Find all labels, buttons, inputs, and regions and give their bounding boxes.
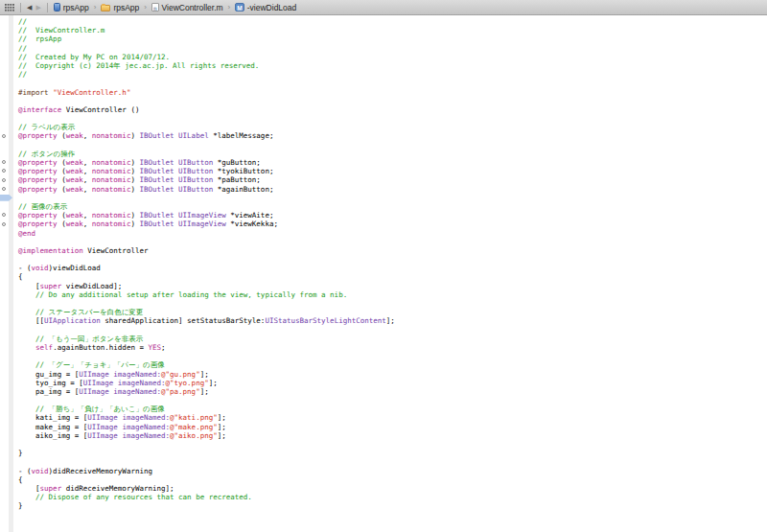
code-line-text: { xyxy=(14,475,23,484)
code-line[interactable] xyxy=(0,396,767,405)
gutter-cell xyxy=(0,123,14,131)
code-line[interactable]: @property (weak, nonatomic) IBOutlet UIB… xyxy=(0,175,767,184)
code-line[interactable]: // xyxy=(0,17,767,26)
connection-well-icon[interactable] xyxy=(0,175,14,184)
code-line[interactable]: @property (weak, nonatomic) IBOutlet UII… xyxy=(0,220,767,228)
breadcrumb-label: ViewController.m xyxy=(162,3,223,12)
code-line-text xyxy=(14,396,18,405)
connection-well-icon[interactable] xyxy=(0,185,14,194)
breadcrumb-project[interactable]: rpsApp xyxy=(54,3,89,12)
gutter-cell xyxy=(0,70,14,79)
code-line-text xyxy=(14,238,18,246)
code-line[interactable]: aiko_img = [UIImage imageNamed:@"aiko.pn… xyxy=(0,431,767,440)
code-line[interactable]: - (void)didReceiveMemoryWarning xyxy=(0,467,767,475)
code-line[interactable]: // Do any additional setup after loading… xyxy=(0,290,767,299)
code-line[interactable]: tyo_img = [UIImage imageNamed:@"tyo.png"… xyxy=(0,379,767,387)
code-line[interactable] xyxy=(0,255,767,264)
code-line[interactable]: } xyxy=(0,501,767,510)
code-line[interactable]: // 「グー」「チョキ」「パー」の画像 xyxy=(0,360,767,369)
code-line[interactable]: // rpsApp xyxy=(0,35,767,43)
connection-well-icon[interactable] xyxy=(0,220,14,228)
code-line[interactable] xyxy=(0,299,767,308)
code-line[interactable]: // ステータスバーを白色に変更 xyxy=(0,308,767,316)
breadcrumb-separator-icon: › xyxy=(228,3,231,12)
project-icon xyxy=(54,3,60,12)
code-line-text: // ボタンの操作 xyxy=(14,150,75,158)
connection-well-icon[interactable] xyxy=(0,167,14,175)
code-line-text: aiko_img = [UIImage imageNamed:@"aiko.pn… xyxy=(14,431,226,440)
code-line[interactable] xyxy=(0,79,767,87)
code-line[interactable]: } xyxy=(0,449,767,457)
code-line[interactable]: make_img = [UIImage imageNamed:@"make.pn… xyxy=(0,423,767,431)
code-line-text: pa_img = [UIImage imageNamed:@"pa.png"]; xyxy=(14,387,209,396)
related-items-button[interactable] xyxy=(5,4,14,12)
code-line[interactable]: // ボタンの操作 xyxy=(0,150,767,158)
code-line[interactable]: [[UIApplication sharedApplication] setSt… xyxy=(0,316,767,325)
code-line-text: [super viewDidLoad]; xyxy=(14,282,122,290)
code-line[interactable] xyxy=(0,440,767,449)
code-line[interactable] xyxy=(0,194,767,202)
gutter-cell xyxy=(0,35,14,43)
code-line[interactable]: @property (weak, nonatomic) IBOutlet UIB… xyxy=(0,167,767,175)
code-line[interactable] xyxy=(0,141,767,150)
gutter-cell xyxy=(0,61,14,70)
code-line[interactable]: @property (weak, nonatomic) IBOutlet UIB… xyxy=(0,185,767,194)
code-line[interactable]: // 「もう一回」ボタンを非表示 xyxy=(0,335,767,343)
code-line[interactable]: { xyxy=(0,475,767,484)
code-line-text: @interface ViewController () xyxy=(14,105,139,114)
code-line[interactable]: pa_img = [UIImage imageNamed:@"pa.png"]; xyxy=(0,387,767,396)
code-line[interactable]: [super didReceiveMemoryWarning]; xyxy=(0,484,767,493)
breadcrumb-group[interactable]: rpsApp xyxy=(101,3,139,12)
jump-bar: ◀ ▶ rpsApp › rpsApp › m ViewController.m… xyxy=(0,0,767,15)
code-line[interactable]: gu_img = [UIImage imageNamed:@"gu.png"]; xyxy=(0,370,767,379)
code-line[interactable]: // 「勝ち」「負け」「あいこ」の画像 xyxy=(0,405,767,413)
code-line[interactable] xyxy=(0,352,767,360)
toolbar-divider xyxy=(47,3,48,12)
connection-well-icon[interactable] xyxy=(0,211,14,220)
code-line-text xyxy=(14,194,18,202)
code-line[interactable]: self.againButton.hidden = YES; xyxy=(0,343,767,352)
connection-well-icon[interactable] xyxy=(0,131,14,140)
code-line[interactable]: { xyxy=(0,272,767,281)
code-line[interactable]: @property (weak, nonatomic) IBOutlet UIL… xyxy=(0,131,767,140)
breadcrumb-file[interactable]: m ViewController.m xyxy=(151,3,223,12)
code-line[interactable]: // ViewController.m xyxy=(0,26,767,35)
code-line[interactable]: @interface ViewController () xyxy=(0,105,767,114)
back-button[interactable]: ◀ xyxy=(27,4,32,11)
code-line[interactable]: @implementation ViewController xyxy=(0,246,767,255)
code-line[interactable]: [super viewDidLoad]; xyxy=(0,282,767,290)
code-line[interactable] xyxy=(0,114,767,123)
code-editor[interactable]: //// ViewController.m// rpsApp//// Creat… xyxy=(0,15,767,532)
code-line-text: tyo_img = [UIImage imageNamed:@"tyo.png"… xyxy=(14,379,218,387)
breadcrumb-method[interactable]: M -viewDidLoad xyxy=(235,3,296,12)
code-line[interactable]: // Copyright (c) 2014年 jec.ac.jp. All ri… xyxy=(0,61,767,70)
gutter-cell xyxy=(0,449,14,457)
code-line-text: #import "ViewController.h" xyxy=(14,88,130,97)
code-line[interactable] xyxy=(0,238,767,246)
code-line[interactable]: // Created by My PC on 2014/07/12. xyxy=(0,53,767,61)
connection-well-icon[interactable] xyxy=(0,158,14,167)
code-line[interactable]: @end xyxy=(0,229,767,238)
code-line-text xyxy=(14,114,18,123)
code-line[interactable]: - (void)viewDidLoad xyxy=(0,264,767,272)
code-line[interactable]: kati_img = [UIImage imageNamed:@"kati.pn… xyxy=(0,413,767,422)
gutter-cell xyxy=(0,343,14,352)
forward-button[interactable]: ▶ xyxy=(35,4,40,11)
code-line[interactable]: #import "ViewController.h" xyxy=(0,88,767,97)
code-line-text: make_img = [UIImage imageNamed:@"make.pn… xyxy=(14,423,226,431)
code-line-text xyxy=(14,457,18,466)
code-line[interactable]: // xyxy=(0,44,767,53)
code-line[interactable]: @property (weak, nonatomic) IBOutlet UII… xyxy=(0,211,767,220)
code-line[interactable]: // Dispose of any resources that can be … xyxy=(0,493,767,501)
code-line[interactable]: // xyxy=(0,70,767,79)
code-line[interactable] xyxy=(0,97,767,105)
code-line[interactable] xyxy=(0,326,767,335)
code-line[interactable]: @property (weak, nonatomic) IBOutlet UIB… xyxy=(0,158,767,167)
code-line[interactable]: // 画像の表示 xyxy=(0,202,767,211)
code-line[interactable] xyxy=(0,457,767,466)
gutter-cell xyxy=(0,387,14,396)
gutter-cell xyxy=(0,484,14,493)
code-line[interactable]: // ラベルの表示 xyxy=(0,123,767,131)
breakpoint-icon[interactable] xyxy=(0,194,14,202)
gutter-cell xyxy=(0,440,14,449)
